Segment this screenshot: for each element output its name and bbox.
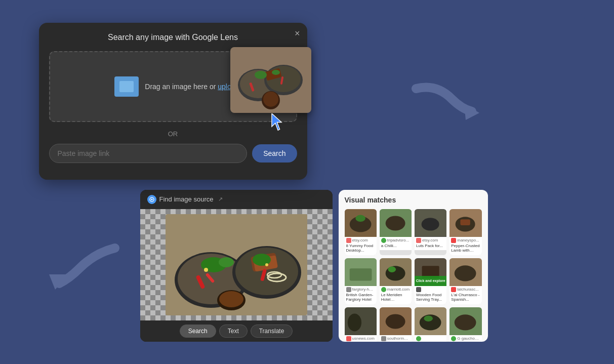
match-item[interactable]: usnews.com Keto vs. Atkins: What's the..… [345,307,377,342]
results-panel: Find image source ↗ [140,190,576,342]
svg-point-54 [455,265,476,281]
search-button[interactable]: Search [252,144,297,163]
visual-matches-title: Visual matches [345,196,482,204]
svg-point-27 [219,257,234,267]
match-thumbnail [380,307,412,335]
visual-matches-panel: Visual matches etsy.com 8 Yummy Food Des… [339,190,488,342]
arrow-right-icon [406,68,487,129]
match-info: usnews.com Keto vs. Atkins: What's the..… [345,335,377,342]
match-thumbnail [345,209,377,237]
dragged-image [230,47,311,113]
external-link-icon[interactable]: ↗ [218,196,223,203]
match-item[interactable]: etsy.com Luts Pack for... [415,209,446,255]
match-thumbnail [415,209,446,237]
svg-point-7 [272,70,280,75]
match-info: farglory-hot... British Garden- Farglory… [345,286,377,304]
svg-point-23 [219,291,243,307]
svg-point-63 [455,314,476,330]
match-item[interactable]: farglory-hot... British Garden- Farglory… [345,258,377,304]
food-image [166,214,307,315]
match-thumbnail [449,258,481,286]
match-info: Wooden Food Serving Tray... [415,286,446,304]
image-viewer: Find image source ↗ [140,190,333,342]
viewer-tabs: Search Text Translate [140,320,333,342]
match-thumbnail [415,307,446,335]
match-info: etsy.com 8 Yummy Food Desktop... [345,237,377,255]
svg-marker-12 [271,113,281,130]
match-thumbnail [380,209,412,237]
viewer-header: Find image source ↗ [140,190,333,209]
tab-search[interactable]: Search [180,325,216,338]
match-thumbnail [380,258,412,286]
or-divider: OR [49,130,297,138]
google-lens-icon [147,195,156,204]
svg-point-50 [388,266,396,272]
match-info: tripadvisro... a Chilli... [380,237,412,251]
match-info: southormsb... [380,335,412,342]
top-section: × Search any image with Google Lens Drag… [29,13,586,185]
svg-point-11 [263,92,278,107]
modal-title: Search any image with Google Lens [49,33,297,42]
cursor-icon [271,113,286,131]
google-lens-modal: × Search any image with Google Lens Drag… [39,23,307,180]
paste-row: Search [49,144,297,163]
bottom-section: Find image source ↗ [29,185,586,352]
svg-point-61 [424,315,433,321]
match-thumbnail [345,258,377,286]
match-item[interactable]: lalchurasc... L'al Churrasco - Spanish..… [449,258,481,304]
match-item[interactable]: etsy.com 8 Yummy Food Desktop... [345,209,377,255]
drop-text: Drag an image here or uplo [145,83,231,91]
svg-point-34 [204,268,208,272]
matches-grid: etsy.com 8 Yummy Food Desktop... tripadv… [345,209,482,342]
svg-point-42 [422,218,439,230]
paste-image-link-input[interactable] [49,144,248,163]
match-info: maneyspo... Pepper-Crusted Lamb with Roa… [449,237,481,255]
match-thumbnail [449,209,481,237]
viewer-image-area [140,209,333,320]
drop-zone[interactable]: Drag an image here or uplo [49,51,297,122]
match-info: G gauchorest... [449,335,481,342]
svg-point-40 [385,216,405,230]
match-item[interactable] [415,307,446,342]
svg-point-28 [253,254,271,266]
svg-point-35 [265,263,268,266]
match-info [415,335,446,342]
match-item[interactable]: maneyspo... Pepper-Crusted Lamb with Roa… [449,209,481,255]
match-info: etsy.com Luts Pack for... [415,237,446,251]
close-button[interactable]: × [295,29,300,38]
svg-point-6 [255,71,267,79]
main-container: × Search any image with Google Lens Drag… [29,13,586,352]
match-info: lalchurasc... L'al Churrasco - Spanish..… [449,286,481,304]
svg-rect-45 [461,219,470,225]
match-item[interactable]: G gauchorest... [449,307,481,342]
tab-text[interactable]: Text [219,325,248,338]
svg-point-38 [355,215,365,222]
match-thumbnail: Click and explore [415,258,446,286]
match-item[interactable]: tripadvisro... a Chilli... [380,209,412,255]
tab-translate[interactable]: Translate [251,325,293,338]
match-thumbnail [449,307,481,335]
svg-point-16 [151,198,152,200]
match-item[interactable]: Click and explore Wooden Food Serving Tr… [415,258,446,304]
svg-marker-13 [464,104,479,120]
find-image-source-text[interactable]: Find image source [159,195,214,203]
image-upload-icon [114,76,139,97]
match-item[interactable]: marriott.com Le Meridien Hotel Stuttgart… [380,258,412,304]
arrow-left-icon [44,233,125,304]
svg-rect-47 [349,268,372,280]
svg-point-58 [385,314,405,329]
overlay-bar: Click and explore [415,276,446,286]
match-thumbnail [345,307,377,335]
arrow-left-area [29,185,140,352]
arrow-right-area [307,13,586,185]
svg-point-56 [347,313,361,331]
match-info: marriott.com Le Meridien Hotel Stuttgart… [380,286,412,304]
match-item[interactable]: southormsb... [380,307,412,342]
